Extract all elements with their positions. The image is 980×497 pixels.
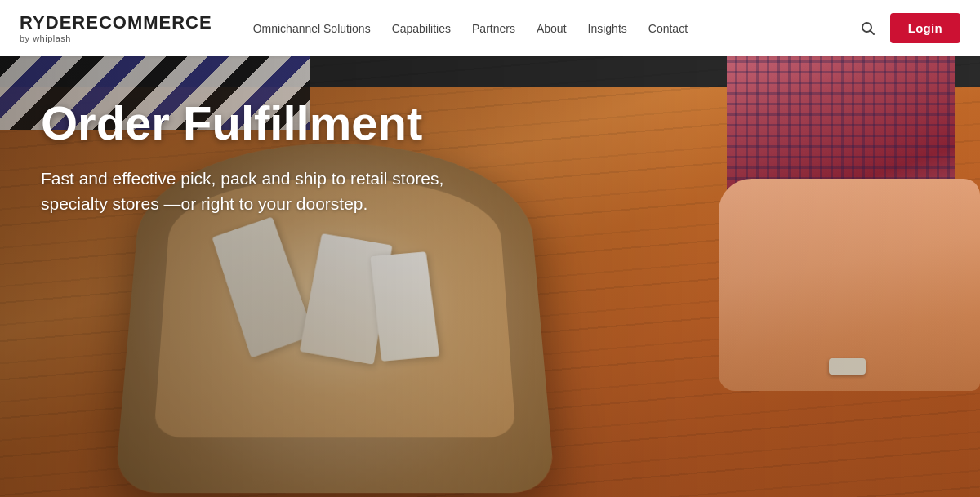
hero-section: Order Fulfillment Fast and effective pic… [0, 56, 980, 497]
login-button[interactable]: Login [890, 13, 960, 43]
nav-item-partners[interactable]: Partners [464, 17, 523, 40]
nav-item-capabilities[interactable]: Capabilities [384, 17, 459, 40]
navbar: RYDERECOMMERCE by whiplash Omnichannel S… [0, 0, 980, 56]
hero-title: Order Fulfillment [41, 97, 466, 149]
logo-sub: by whiplash [20, 33, 71, 43]
logo-brand: RYDERECOMMERCE [20, 13, 212, 33]
search-icon [861, 21, 875, 36]
nav-item-insights[interactable]: Insights [580, 17, 635, 40]
nav-links: Omnichannel Solutions Capabilities Partn… [245, 17, 858, 40]
search-button[interactable] [858, 18, 879, 39]
nav-item-omnichannel[interactable]: Omnichannel Solutions [245, 17, 379, 40]
nav-item-contact[interactable]: Contact [640, 17, 696, 40]
logo: RYDERECOMMERCE by whiplash [20, 13, 212, 42]
nav-actions: Login [858, 13, 960, 43]
nav-item-about[interactable]: About [528, 17, 575, 40]
hero-subtitle: Fast and effective pick, pack and ship t… [41, 166, 466, 217]
svg-line-1 [870, 30, 874, 34]
logo-ryder-text: RYDER [20, 12, 86, 33]
hero-content: Order Fulfillment Fast and effective pic… [41, 97, 466, 217]
